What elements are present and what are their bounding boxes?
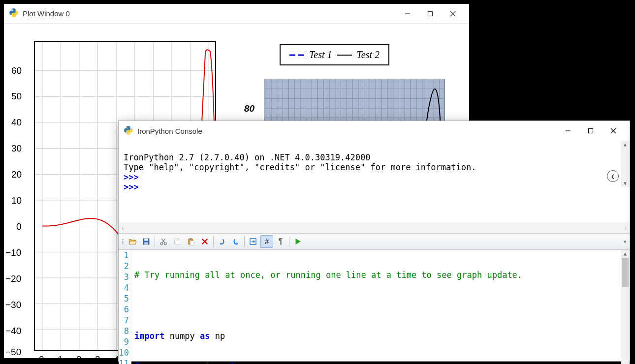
ytick: 0 [16,221,22,232]
nav-right-icon[interactable]: › [625,224,627,232]
ytick: 40 [11,117,22,128]
redo-button[interactable] [229,235,242,248]
legend-dash-icon [289,52,304,58]
ytick: 10 [11,195,22,206]
ytick: 20 [11,169,22,180]
code-area[interactable]: # Try running all at once, or running on… [131,250,630,364]
scroll-thumb[interactable] [622,258,629,287]
console-window-title: IronPython Console [137,127,557,135]
chart-legend: Test 1 Test 2 [280,44,389,65]
console-window-titlebar[interactable]: IronPython Console [119,121,630,141]
paste-button[interactable] [185,235,197,248]
svg-rect-3 [428,11,433,16]
save-button[interactable] [140,235,153,248]
legend-item-2: Test 2 [357,49,380,61]
xtick: 2 [76,354,82,364]
svg-rect-102 [144,239,148,241]
prompt: >>> [124,172,139,182]
console-scrollbar[interactable]: ▲ ▼ [621,141,630,187]
ytick: 50 [11,91,22,102]
close-button[interactable] [442,6,464,22]
scroll-up-icon[interactable]: ▲ [623,250,628,257]
close-button[interactable] [602,123,625,139]
python-icon [9,8,19,19]
legend-item-1: Test 1 [309,49,332,61]
ytick: −10 [5,247,21,258]
ytick: −20 [5,273,21,284]
line-number-gutter: 123456789101112 [119,250,131,364]
cut-button[interactable] [157,235,170,248]
comment-button[interactable]: # [260,235,273,248]
python-icon [124,125,133,137]
minimize-button[interactable] [557,123,579,139]
svg-rect-112 [190,241,194,245]
svg-point-1 [15,16,16,17]
prompt: >>> [124,182,139,192]
ytick: −40 [5,326,21,336]
grip-icon: ⁞ [122,237,124,246]
ytick: 60 [11,65,22,76]
ytick: −50 [5,347,21,358]
code-editor[interactable]: 123456789101112 # Try running all at onc… [119,250,630,364]
wrap-button[interactable] [247,235,259,248]
undo-button[interactable] [216,235,228,248]
xtick: 3 [95,354,100,364]
plot-window-title: Plot Window 0 [23,9,396,18]
open-button[interactable] [126,235,139,248]
console-output[interactable]: IronPython 2.7 (2.7.0.40) on .NET 4.0.30… [119,141,630,221]
svg-point-96 [129,133,130,134]
editor-scrollbar[interactable]: ▲ ▼ [621,250,630,364]
ytick: −30 [5,300,21,310]
run-button[interactable] [291,235,304,248]
breadcrumb-bar[interactable]: ‹ › [119,222,630,233]
svg-point-95 [127,127,127,128]
scroll-down-icon[interactable]: ▼ [623,180,628,187]
banner-line: IronPython 2.7 (2.7.0.40) on .NET 4.0.30… [124,152,371,162]
ytick: 30 [11,143,22,154]
scroll-up-icon[interactable]: ▲ [623,141,628,148]
whitespace-button[interactable]: ¶ [274,235,287,248]
copy-button[interactable] [171,235,184,248]
console-window: IronPython Console IronPython 2.7 (2.7.0… [118,121,630,362]
delete-button[interactable] [198,235,211,248]
legend-solid-icon [337,52,352,58]
maximize-button[interactable] [419,6,442,22]
xtick: 1 [58,354,63,364]
svg-rect-109 [176,240,180,245]
editor-toolbar: ⁞ # ¶ ▾ [119,233,630,250]
svg-rect-103 [144,243,148,245]
plot-window-titlebar[interactable]: Plot Window 0 [4,4,469,24]
minimize-button[interactable] [396,6,419,22]
svg-point-0 [12,9,13,10]
banner-line: Type "help", "copyright", "credits" or "… [124,162,476,172]
svg-rect-98 [589,129,593,133]
collapse-button[interactable]: ❮ [607,170,619,182]
nav-left-icon[interactable]: ‹ [122,224,124,232]
xtick: 0 [39,354,44,364]
right-ytick-80: 80 [244,103,254,114]
svg-rect-111 [190,238,192,240]
toolbar-overflow-icon[interactable]: ▾ [624,239,627,245]
maximize-button[interactable] [579,123,602,139]
